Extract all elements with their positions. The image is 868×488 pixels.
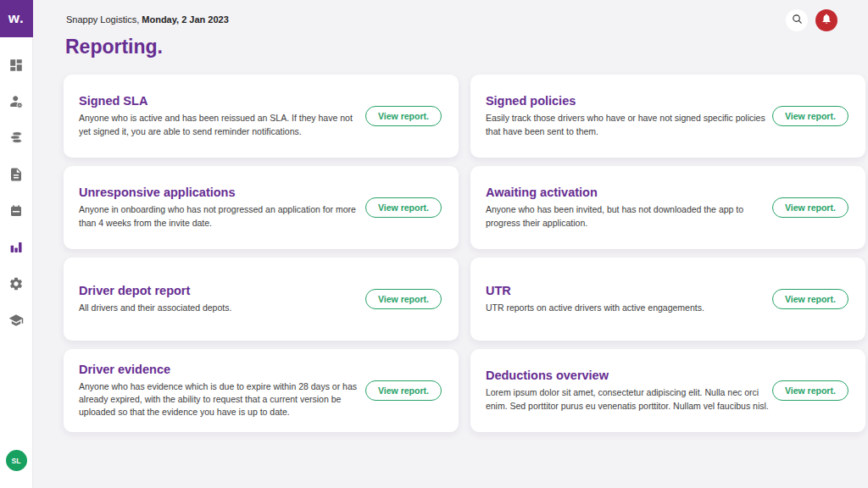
card-title: Awaiting activation xyxy=(486,186,772,199)
drivers-icon xyxy=(8,94,24,109)
documents-icon xyxy=(8,167,24,182)
calendar-icon xyxy=(8,203,24,219)
card-title: Signed SLA xyxy=(79,94,365,108)
card-text: Signed SLA Anyone who is active and has … xyxy=(79,94,365,137)
view-report-button[interactable]: View report. xyxy=(365,197,442,218)
user-avatar[interactable]: SL xyxy=(6,450,27,471)
card-description: All drivers and their associated depots. xyxy=(79,302,365,314)
card-description: Lorem ipsum dolor sit amet, consectetur … xyxy=(486,386,772,412)
card-text: Unresponsive applications Anyone in onbo… xyxy=(79,186,365,229)
report-card-signed-sla: Signed SLA Anyone who is active and has … xyxy=(64,75,459,158)
card-text: Awaiting activation Anyone who has been … xyxy=(486,186,772,229)
sidebar-item-dashboard[interactable] xyxy=(8,58,24,73)
sidebar-item-drivers[interactable] xyxy=(8,94,24,109)
sidebar-nav xyxy=(8,58,24,328)
finance-coins-icon xyxy=(8,130,24,146)
sidebar-item-finance[interactable] xyxy=(8,130,24,146)
report-cards-grid: Signed SLA Anyone who is active and has … xyxy=(64,75,837,432)
topbar-actions xyxy=(786,9,837,31)
view-report-button[interactable]: View report. xyxy=(772,197,849,218)
report-card-signed-policies: Signed policies Easily track those drive… xyxy=(470,75,865,158)
current-date: Monday, 2 Jan 2023 xyxy=(142,14,229,25)
training-cap-icon xyxy=(8,313,24,328)
sidebar-item-reports-active[interactable] xyxy=(8,240,24,255)
sidebar: w. SL xyxy=(0,0,33,488)
report-card-awaiting-activation: Awaiting activation Anyone who has been … xyxy=(470,166,865,249)
page-title: Reporting. xyxy=(65,36,163,58)
company-name: Snappy Logistics, xyxy=(66,14,139,25)
card-description: Easily track those drivers who have or h… xyxy=(486,112,772,137)
card-title: Signed policies xyxy=(486,94,772,108)
card-text: Signed policies Easily track those drive… xyxy=(486,94,772,137)
report-card-deductions-overview: Deductions overview Lorem ipsum dolor si… xyxy=(470,349,865,432)
card-title: Deductions overview xyxy=(486,369,772,382)
notifications-button[interactable] xyxy=(815,9,837,31)
card-description: Anyone who has evidence which is due to … xyxy=(79,380,365,419)
search-icon xyxy=(791,13,804,29)
card-description: UTR reports on active drivers with activ… xyxy=(486,302,772,314)
card-title: Driver evidence xyxy=(79,363,365,376)
card-description: Anyone who is active and has been reissu… xyxy=(79,112,365,137)
card-text: Deductions overview Lorem ipsum dolor si… xyxy=(486,369,772,412)
card-text: Driver evidence Anyone who has evidence … xyxy=(79,363,365,419)
card-title: Driver depot report xyxy=(79,284,365,297)
card-description: Anyone who has been invited, but has not… xyxy=(486,203,772,229)
view-report-button[interactable]: View report. xyxy=(772,289,849,309)
dashboard-icon xyxy=(8,58,24,73)
settings-gear-icon xyxy=(8,276,24,291)
sidebar-item-training[interactable] xyxy=(8,313,24,328)
card-text: Driver depot report All drivers and thei… xyxy=(79,284,365,314)
report-card-utr: UTR UTR reports on active drivers with a… xyxy=(470,258,865,341)
search-button[interactable] xyxy=(786,9,808,31)
sidebar-item-settings[interactable] xyxy=(8,276,24,291)
notifications-bell-icon xyxy=(821,13,832,28)
view-report-button[interactable]: View report. xyxy=(365,106,442,126)
card-title: Unresponsive applications xyxy=(79,186,365,199)
breadcrumb: Snappy Logistics, Monday, 2 Jan 2023 xyxy=(66,14,229,25)
sidebar-item-calendar[interactable] xyxy=(8,203,24,219)
card-description: Anyone in onboarding who has not progres… xyxy=(79,203,365,229)
report-card-driver-evidence: Driver evidence Anyone who has evidence … xyxy=(64,349,459,432)
view-report-button[interactable]: View report. xyxy=(365,289,442,309)
brand-logo[interactable]: w. xyxy=(0,0,33,37)
card-title: UTR xyxy=(486,284,772,297)
card-text: UTR UTR reports on active drivers with a… xyxy=(486,284,772,314)
sidebar-item-documents[interactable] xyxy=(8,167,24,182)
view-report-button[interactable]: View report. xyxy=(772,380,849,401)
view-report-button[interactable]: View report. xyxy=(365,380,442,401)
reports-bar-chart-icon xyxy=(8,240,24,255)
report-card-unresponsive-applications: Unresponsive applications Anyone in onbo… xyxy=(64,166,459,249)
view-report-button[interactable]: View report. xyxy=(772,106,849,126)
report-card-driver-depot-report: Driver depot report All drivers and thei… xyxy=(64,258,459,341)
